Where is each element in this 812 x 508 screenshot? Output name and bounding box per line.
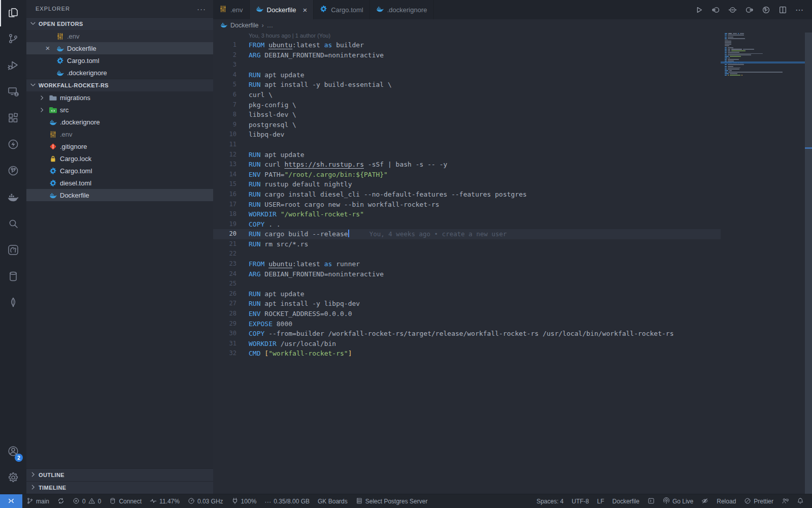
file-label: Cargo.lock	[60, 155, 91, 163]
status-memory-usage[interactable]: ···0.35/8.00 GB	[260, 494, 314, 508]
gearfile-file-icon	[320, 5, 327, 14]
file-label: Dockerfile	[60, 192, 89, 199]
line-number: 22	[213, 249, 236, 259]
file-migrations[interactable]: migrations	[26, 91, 213, 104]
whale-file-icon	[56, 44, 64, 52]
status-problems-status[interactable]: 00	[69, 494, 105, 508]
scrollbar[interactable]	[805, 33, 812, 494]
status-indentation[interactable]: Spaces: 4	[532, 494, 567, 508]
line-text: ARG DEBIAN_FRONTEND=noninteractive	[236, 50, 384, 60]
run-button-icon[interactable]	[695, 6, 703, 14]
project-header[interactable]: WORKFALL-ROCKET-RS	[26, 79, 213, 91]
status-feedback[interactable]	[777, 494, 793, 508]
status-encoding[interactable]: UTF-8	[568, 494, 593, 508]
file-src[interactable]: src	[26, 104, 213, 116]
code-area[interactable]: You, 3 hours ago | 1 author (You) 1FROM …	[213, 31, 812, 494]
activity-item-postgres-explorer[interactable]	[0, 238, 26, 264]
line-text: EXPOSE 8000	[236, 319, 292, 329]
open-editors-chevron-icon	[29, 20, 37, 28]
next-change-icon[interactable]	[745, 6, 754, 14]
section-timeline[interactable]: TIMELINE	[26, 481, 213, 494]
split-editor-icon[interactable]	[779, 6, 787, 14]
minimap[interactable]	[721, 33, 805, 494]
sidebar-spacer	[26, 201, 213, 468]
gitlens-annotate-icon[interactable]	[762, 6, 770, 14]
status-select-postgres-server[interactable]: Select Postgres Server	[352, 494, 432, 508]
open-editors-header[interactable]: OPEN EDITORS	[26, 17, 213, 30]
project-label: WORKFALL-ROCKET-RS	[39, 82, 109, 88]
activity-item-remote-explorer[interactable]	[0, 79, 26, 106]
open-changes-icon[interactable]	[728, 6, 737, 14]
activity-item-extensions[interactable]	[0, 106, 26, 132]
settings-icon	[7, 471, 19, 486]
breadcrumb[interactable]: Dockerfile › …	[213, 19, 812, 31]
activity-bar-top	[0, 0, 26, 317]
status-gk-boards[interactable]: GK Boards	[314, 494, 352, 508]
status-eol[interactable]: LF	[593, 494, 608, 508]
open-editor-dockerfile[interactable]: ×Dockerfile	[26, 42, 213, 54]
status-branch-status[interactable]: main	[22, 494, 53, 508]
file-dot-env[interactable]: .env	[26, 128, 213, 140]
status-reload[interactable]: Reload	[713, 494, 740, 508]
status-sync-status[interactable]	[53, 494, 69, 508]
activity-item-settings[interactable]	[0, 465, 26, 492]
breadcrumb-more[interactable]: …	[267, 22, 274, 29]
status-text: GK Boards	[318, 498, 348, 505]
activity-item-accounts[interactable]: 2	[0, 439, 26, 465]
previous-change-icon[interactable]	[712, 6, 720, 14]
line-text: RUN apt update	[236, 70, 304, 80]
status-notifications[interactable]	[793, 494, 808, 508]
activity-item-source-control[interactable]	[0, 26, 26, 53]
activity-item-search[interactable]	[0, 211, 26, 238]
status-db-connect[interactable]: Connect	[105, 494, 146, 508]
status-bar-left: main00Connect11.47%0.03 GHz100%···0.35/8…	[0, 494, 431, 508]
status-cpu-usage[interactable]: 11.47%	[146, 494, 184, 508]
gearfile-file-icon	[56, 56, 64, 65]
tab-dockerfile[interactable]: Dockerfile×	[250, 0, 314, 19]
breadcrumb-file[interactable]: Dockerfile	[230, 22, 259, 29]
close-editor-icon[interactable]: ×	[43, 43, 53, 53]
activity-item-database[interactable]	[0, 264, 26, 291]
status-cpu-speed[interactable]: 0.03 GHz	[184, 494, 227, 508]
sync-icon	[57, 497, 64, 506]
tab-cargo.toml[interactable]: Cargo.toml	[314, 0, 370, 19]
section-outline[interactable]: OUTLINE	[26, 468, 213, 481]
tab-dot-dockerignore[interactable]: .dockerignore	[370, 0, 434, 19]
status-text: 0.03 GHz	[197, 498, 223, 505]
status-prettier[interactable]: Prettier	[740, 494, 777, 508]
timeline-chevron-icon	[29, 484, 37, 492]
activity-item-run-and-debug[interactable]	[0, 53, 26, 79]
status-battery-status[interactable]: 100%	[227, 494, 261, 508]
open-editor-dot-dockerignore[interactable]: .dockerignore	[26, 67, 213, 79]
file-dot-dockerignore[interactable]: .dockerignore	[26, 116, 213, 128]
file-dot-gitignore[interactable]: .gitignore	[26, 140, 213, 152]
folder-chevron-icon[interactable]	[38, 106, 46, 114]
status-watch-sass[interactable]	[697, 494, 713, 508]
open-editor-dot-env[interactable]: .env	[26, 30, 213, 42]
status-go-live[interactable]: Go Live	[659, 494, 697, 508]
folder-chevron-icon[interactable]	[38, 93, 46, 102]
activity-item-thunder-client[interactable]	[0, 132, 26, 158]
file-dockerfile[interactable]: Dockerfile	[26, 189, 213, 201]
file-cargo.lock[interactable]: Cargo.lock	[26, 152, 213, 165]
tab-label: Cargo.toml	[331, 6, 363, 14]
status-remote-indicator[interactable]	[0, 494, 22, 508]
open-editors-label: OPEN EDITORS	[39, 21, 83, 27]
activity-item-docker[interactable]	[0, 185, 26, 211]
status-text: Spaces: 4	[536, 498, 563, 505]
database-icon	[7, 270, 19, 284]
open-editor-cargo.toml[interactable]: Cargo.toml	[26, 54, 213, 67]
status-language-mode[interactable]: Dockerfile	[608, 494, 644, 508]
file-diesel.toml[interactable]: diesel.toml	[26, 177, 213, 189]
activity-item-gitlens[interactable]	[0, 158, 26, 185]
file-label: .env	[67, 33, 80, 40]
chevron-slot	[38, 130, 46, 138]
more-actions-icon[interactable]: ⋯	[795, 5, 804, 15]
file-cargo.toml[interactable]: Cargo.toml	[26, 165, 213, 177]
explorer-more-actions-icon[interactable]: ···	[197, 5, 206, 13]
activity-item-mongodb[interactable]	[0, 291, 26, 317]
tab-dot-env[interactable]: .env	[213, 0, 250, 19]
activity-item-explorer[interactable]	[0, 0, 26, 26]
status-terminal-box[interactable]	[644, 494, 659, 508]
close-tab-icon[interactable]: ×	[302, 6, 307, 14]
